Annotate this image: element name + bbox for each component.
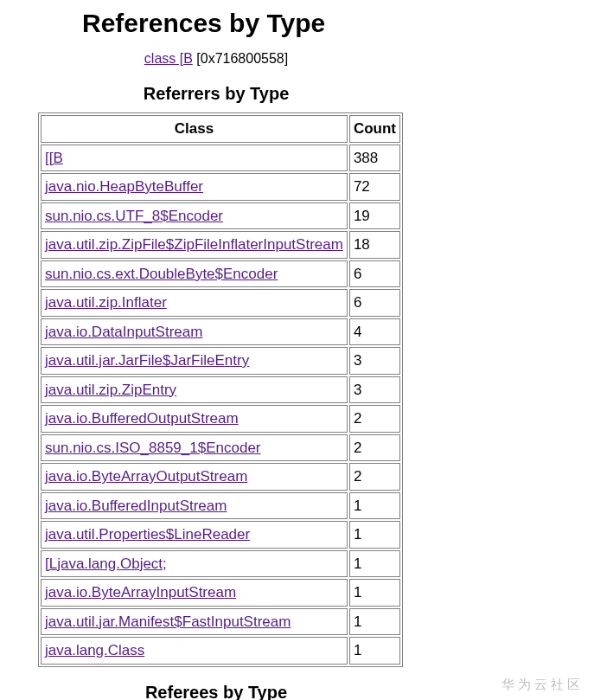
class-link[interactable]: java.io.ByteArrayOutputStream (45, 468, 247, 485)
class-link[interactable]: java.util.zip.ZipEntry (45, 382, 176, 398)
class-cell: java.nio.HeapByteBuffer (41, 173, 348, 201)
subject-line: class [B [0x716800558] (0, 51, 432, 67)
class-cell: java.util.jar.JarFile$JarFileEntry (41, 347, 348, 375)
count-cell: 3 (349, 347, 400, 375)
count-cell: 6 (349, 289, 400, 317)
class-link[interactable]: java.nio.HeapByteBuffer (45, 178, 203, 195)
class-cell: java.io.BufferedOutputStream (41, 405, 348, 433)
class-link[interactable]: java.io.BufferedInputStream (45, 498, 227, 514)
referrers-table: Class Count [[B388java.nio.HeapByteBuffe… (38, 112, 403, 667)
class-link[interactable]: java.lang.Class (45, 642, 144, 658)
table-row: java.io.DataInputStream4 (41, 318, 400, 346)
class-cell: [Ljava.lang.Object; (41, 550, 348, 578)
referrers-col-count: Count (349, 115, 400, 143)
table-row: java.io.ByteArrayOutputStream2 (41, 463, 400, 491)
referrers-col-class: Class (41, 115, 348, 143)
class-cell: sun.nio.cs.UTF_8$Encoder (41, 202, 348, 230)
table-row: java.util.zip.Inflater6 (41, 289, 400, 317)
table-row: java.util.jar.Manifest$FastInputStream1 (41, 608, 400, 636)
count-cell: 1 (349, 579, 400, 607)
class-link[interactable]: sun.nio.cs.ext.DoubleByte$Encoder (45, 266, 278, 282)
class-link[interactable]: java.util.jar.JarFile$JarFileEntry (45, 352, 249, 369)
class-cell: [[B (41, 144, 348, 172)
table-row: java.util.zip.ZipFile$ZipFileInflaterInp… (41, 231, 400, 259)
class-link[interactable]: [[B (45, 150, 63, 166)
table-row: java.io.ByteArrayInputStream1 (41, 579, 400, 607)
count-cell: 2 (349, 405, 400, 433)
class-cell: java.util.zip.ZipEntry (41, 376, 348, 404)
count-cell: 18 (349, 231, 400, 259)
class-cell: java.util.jar.Manifest$FastInputStream (41, 608, 348, 636)
count-cell: 4 (349, 318, 400, 346)
count-cell: 1 (349, 550, 400, 578)
table-row: sun.nio.cs.ISO_8859_1$Encoder2 (41, 434, 400, 462)
count-cell: 1 (349, 637, 400, 665)
class-cell: java.util.zip.Inflater (41, 289, 348, 317)
class-link[interactable]: java.io.BufferedOutputStream (45, 410, 239, 427)
class-link[interactable]: [Ljava.lang.Object; (45, 556, 167, 572)
count-cell: 3 (349, 376, 400, 404)
class-cell: java.io.ByteArrayInputStream (41, 579, 348, 607)
table-row: java.io.BufferedOutputStream2 (41, 405, 400, 433)
class-cell: java.io.DataInputStream (41, 318, 348, 346)
class-link[interactable]: java.util.jar.Manifest$FastInputStream (45, 613, 291, 630)
count-cell: 72 (349, 173, 400, 201)
count-cell: 1 (349, 492, 400, 520)
class-link[interactable]: sun.nio.cs.ISO_8859_1$Encoder (45, 440, 261, 456)
count-cell: 2 (349, 434, 400, 462)
table-row: java.util.zip.ZipEntry3 (41, 376, 400, 404)
subject-class-link[interactable]: class [B (144, 51, 193, 66)
referees-heading: Referees by Type (0, 683, 432, 701)
class-link[interactable]: java.io.ByteArrayInputStream (45, 584, 236, 600)
count-cell: 1 (349, 608, 400, 636)
class-cell: sun.nio.cs.ext.DoubleByte$Encoder (41, 260, 348, 288)
subject-address: [0x716800558] (193, 51, 288, 66)
class-cell: java.io.ByteArrayOutputStream (41, 463, 348, 491)
class-cell: java.io.BufferedInputStream (41, 492, 348, 520)
watermark: 华为云社区 (501, 677, 584, 693)
table-row: sun.nio.cs.UTF_8$Encoder19 (41, 202, 400, 230)
count-cell: 388 (349, 144, 400, 172)
class-link[interactable]: java.util.Properties$LineReader (45, 526, 250, 543)
class-cell: java.util.Properties$LineReader (41, 521, 348, 549)
table-row: [Ljava.lang.Object;1 (41, 550, 400, 578)
class-cell: java.lang.Class (41, 637, 348, 665)
count-cell: 19 (349, 202, 400, 230)
class-cell: sun.nio.cs.ISO_8859_1$Encoder (41, 434, 348, 462)
class-link[interactable]: sun.nio.cs.UTF_8$Encoder (45, 208, 223, 224)
count-cell: 6 (349, 260, 400, 288)
table-row: java.io.BufferedInputStream1 (41, 492, 400, 520)
count-cell: 1 (349, 521, 400, 549)
class-link[interactable]: java.util.zip.Inflater (45, 294, 167, 311)
table-row: java.util.Properties$LineReader1 (41, 521, 400, 549)
class-cell: java.util.zip.ZipFile$ZipFileInflaterInp… (41, 231, 348, 259)
table-row: java.util.jar.JarFile$JarFileEntry3 (41, 347, 400, 375)
class-link[interactable]: java.util.zip.ZipFile$ZipFileInflaterInp… (45, 236, 343, 253)
table-row: [[B388 (41, 144, 400, 172)
table-row: java.lang.Class1 (41, 637, 400, 665)
class-link[interactable]: java.io.DataInputStream (45, 324, 202, 340)
referrers-heading: Referrers by Type (0, 84, 432, 104)
count-cell: 2 (349, 463, 400, 491)
page-title: References by Type (82, 9, 594, 38)
table-row: java.nio.HeapByteBuffer72 (41, 173, 400, 201)
table-row: sun.nio.cs.ext.DoubleByte$Encoder6 (41, 260, 400, 288)
